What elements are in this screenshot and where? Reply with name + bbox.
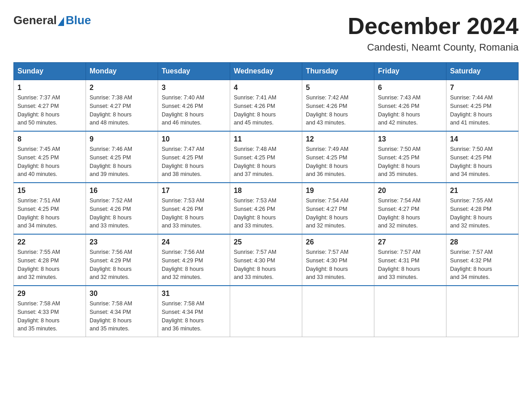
calendar-header-row: SundayMondayTuesdayWednesdayThursdayFrid… — [14, 63, 519, 80]
day-info: Sunrise: 7:53 AM Sunset: 4:26 PM Dayligh… — [234, 197, 276, 229]
calendar-cell: 29 Sunrise: 7:58 AM Sunset: 4:33 PM Dayl… — [14, 286, 86, 337]
day-header-saturday: Saturday — [446, 63, 519, 80]
calendar-cell: 21 Sunrise: 7:55 AM Sunset: 4:28 PM Dayl… — [446, 183, 519, 234]
day-info: Sunrise: 7:57 AM Sunset: 4:32 PM Dayligh… — [450, 249, 493, 280]
title-section: December 2024 Candesti, Neamt County, Ro… — [348, 13, 519, 53]
day-info: Sunrise: 7:57 AM Sunset: 4:30 PM Dayligh… — [234, 249, 276, 280]
day-info: Sunrise: 7:37 AM Sunset: 4:27 PM Dayligh… — [17, 94, 60, 126]
calendar-cell: 1 Sunrise: 7:37 AM Sunset: 4:27 PM Dayli… — [14, 80, 86, 132]
day-info: Sunrise: 7:58 AM Sunset: 4:33 PM Dayligh… — [17, 300, 60, 332]
day-info: Sunrise: 7:55 AM Sunset: 4:28 PM Dayligh… — [17, 249, 60, 280]
day-header-tuesday: Tuesday — [158, 63, 230, 80]
day-info: Sunrise: 7:44 AM Sunset: 4:25 PM Dayligh… — [450, 94, 493, 126]
day-number: 22 — [17, 238, 82, 246]
calendar-cell: 22 Sunrise: 7:55 AM Sunset: 4:28 PM Dayl… — [14, 234, 86, 286]
calendar-cell: 3 Sunrise: 7:40 AM Sunset: 4:26 PM Dayli… — [158, 80, 230, 132]
day-number: 5 — [306, 84, 370, 92]
day-header-monday: Monday — [86, 63, 158, 80]
main-title: December 2024 — [348, 13, 519, 39]
calendar-cell: 26 Sunrise: 7:57 AM Sunset: 4:30 PM Dayl… — [302, 234, 374, 286]
calendar-week-row: 22 Sunrise: 7:55 AM Sunset: 4:28 PM Dayl… — [14, 234, 519, 286]
day-info: Sunrise: 7:46 AM Sunset: 4:25 PM Dayligh… — [90, 146, 132, 177]
day-header-thursday: Thursday — [302, 63, 374, 80]
calendar-cell: 20 Sunrise: 7:54 AM Sunset: 4:27 PM Dayl… — [374, 183, 446, 234]
calendar-cell: 12 Sunrise: 7:49 AM Sunset: 4:25 PM Dayl… — [302, 131, 374, 183]
calendar-cell: 19 Sunrise: 7:54 AM Sunset: 4:27 PM Dayl… — [302, 183, 374, 234]
calendar-table: SundayMondayTuesdayWednesdayThursdayFrid… — [13, 62, 519, 337]
day-info: Sunrise: 7:47 AM Sunset: 4:25 PM Dayligh… — [162, 146, 204, 177]
day-info: Sunrise: 7:54 AM Sunset: 4:27 PM Dayligh… — [378, 197, 420, 229]
day-number: 18 — [234, 187, 298, 195]
calendar-cell: 4 Sunrise: 7:41 AM Sunset: 4:26 PM Dayli… — [230, 80, 302, 132]
calendar-cell: 9 Sunrise: 7:46 AM Sunset: 4:25 PM Dayli… — [86, 131, 158, 183]
day-info: Sunrise: 7:57 AM Sunset: 4:31 PM Dayligh… — [378, 249, 420, 280]
calendar-cell: 30 Sunrise: 7:58 AM Sunset: 4:34 PM Dayl… — [86, 286, 158, 337]
day-number: 4 — [234, 84, 298, 92]
day-header-friday: Friday — [374, 63, 446, 80]
day-info: Sunrise: 7:55 AM Sunset: 4:28 PM Dayligh… — [450, 197, 493, 229]
day-number: 9 — [90, 135, 154, 143]
day-number: 11 — [234, 135, 298, 143]
subtitle: Candesti, Neamt County, Romania — [348, 42, 519, 53]
calendar-cell — [374, 286, 446, 337]
day-number: 16 — [90, 187, 154, 195]
calendar-week-row: 1 Sunrise: 7:37 AM Sunset: 4:27 PM Dayli… — [14, 80, 519, 132]
calendar-cell: 28 Sunrise: 7:57 AM Sunset: 4:32 PM Dayl… — [446, 234, 519, 286]
day-number: 14 — [450, 135, 515, 143]
day-header-sunday: Sunday — [14, 63, 86, 80]
day-info: Sunrise: 7:56 AM Sunset: 4:29 PM Dayligh… — [90, 249, 132, 280]
day-info: Sunrise: 7:49 AM Sunset: 4:25 PM Dayligh… — [306, 146, 348, 177]
calendar-cell: 15 Sunrise: 7:51 AM Sunset: 4:25 PM Dayl… — [14, 183, 86, 234]
calendar-cell — [302, 286, 374, 337]
day-number: 8 — [17, 135, 82, 143]
logo: General Blue — [13, 13, 91, 27]
calendar-cell: 14 Sunrise: 7:50 AM Sunset: 4:25 PM Dayl… — [446, 131, 519, 183]
calendar-cell: 24 Sunrise: 7:56 AM Sunset: 4:29 PM Dayl… — [158, 234, 230, 286]
calendar-cell: 10 Sunrise: 7:47 AM Sunset: 4:25 PM Dayl… — [158, 131, 230, 183]
day-info: Sunrise: 7:45 AM Sunset: 4:25 PM Dayligh… — [17, 146, 60, 177]
day-info: Sunrise: 7:40 AM Sunset: 4:26 PM Dayligh… — [162, 94, 204, 126]
day-number: 15 — [17, 187, 82, 195]
day-info: Sunrise: 7:51 AM Sunset: 4:25 PM Dayligh… — [17, 197, 60, 229]
calendar-cell: 13 Sunrise: 7:50 AM Sunset: 4:25 PM Dayl… — [374, 131, 446, 183]
day-info: Sunrise: 7:54 AM Sunset: 4:27 PM Dayligh… — [306, 197, 348, 229]
day-number: 27 — [378, 238, 442, 246]
day-number: 6 — [378, 84, 442, 92]
day-number: 29 — [17, 290, 82, 298]
day-info: Sunrise: 7:48 AM Sunset: 4:25 PM Dayligh… — [234, 146, 276, 177]
page-header: General Blue December 2024 Candesti, Nea… — [13, 13, 519, 53]
day-number: 17 — [162, 187, 226, 195]
calendar-cell: 27 Sunrise: 7:57 AM Sunset: 4:31 PM Dayl… — [374, 234, 446, 286]
day-number: 12 — [306, 135, 370, 143]
calendar-cell: 8 Sunrise: 7:45 AM Sunset: 4:25 PM Dayli… — [14, 131, 86, 183]
day-info: Sunrise: 7:43 AM Sunset: 4:26 PM Dayligh… — [378, 94, 420, 126]
day-number: 28 — [450, 238, 515, 246]
day-number: 19 — [306, 187, 370, 195]
day-header-wednesday: Wednesday — [230, 63, 302, 80]
calendar-week-row: 29 Sunrise: 7:58 AM Sunset: 4:33 PM Dayl… — [14, 286, 519, 337]
calendar-cell: 25 Sunrise: 7:57 AM Sunset: 4:30 PM Dayl… — [230, 234, 302, 286]
day-info: Sunrise: 7:57 AM Sunset: 4:30 PM Dayligh… — [306, 249, 348, 280]
day-info: Sunrise: 7:58 AM Sunset: 4:34 PM Dayligh… — [162, 300, 204, 332]
day-number: 1 — [17, 84, 82, 92]
calendar-cell: 5 Sunrise: 7:42 AM Sunset: 4:26 PM Dayli… — [302, 80, 374, 132]
calendar-week-row: 8 Sunrise: 7:45 AM Sunset: 4:25 PM Dayli… — [14, 131, 519, 183]
day-info: Sunrise: 7:50 AM Sunset: 4:25 PM Dayligh… — [378, 146, 420, 177]
day-number: 13 — [378, 135, 442, 143]
calendar-week-row: 15 Sunrise: 7:51 AM Sunset: 4:25 PM Dayl… — [14, 183, 519, 234]
day-number: 23 — [90, 238, 154, 246]
calendar-cell: 18 Sunrise: 7:53 AM Sunset: 4:26 PM Dayl… — [230, 183, 302, 234]
calendar-cell: 16 Sunrise: 7:52 AM Sunset: 4:26 PM Dayl… — [86, 183, 158, 234]
day-info: Sunrise: 7:42 AM Sunset: 4:26 PM Dayligh… — [306, 94, 348, 126]
day-info: Sunrise: 7:56 AM Sunset: 4:29 PM Dayligh… — [162, 249, 204, 280]
day-number: 10 — [162, 135, 226, 143]
day-number: 26 — [306, 238, 370, 246]
day-number: 2 — [90, 84, 154, 92]
calendar-cell: 17 Sunrise: 7:53 AM Sunset: 4:26 PM Dayl… — [158, 183, 230, 234]
calendar-cell: 31 Sunrise: 7:58 AM Sunset: 4:34 PM Dayl… — [158, 286, 230, 337]
calendar-cell: 2 Sunrise: 7:38 AM Sunset: 4:27 PM Dayli… — [86, 80, 158, 132]
calendar-cell: 6 Sunrise: 7:43 AM Sunset: 4:26 PM Dayli… — [374, 80, 446, 132]
day-number: 31 — [162, 290, 226, 298]
calendar-cell: 7 Sunrise: 7:44 AM Sunset: 4:25 PM Dayli… — [446, 80, 519, 132]
logo-triangle-icon — [58, 17, 64, 26]
